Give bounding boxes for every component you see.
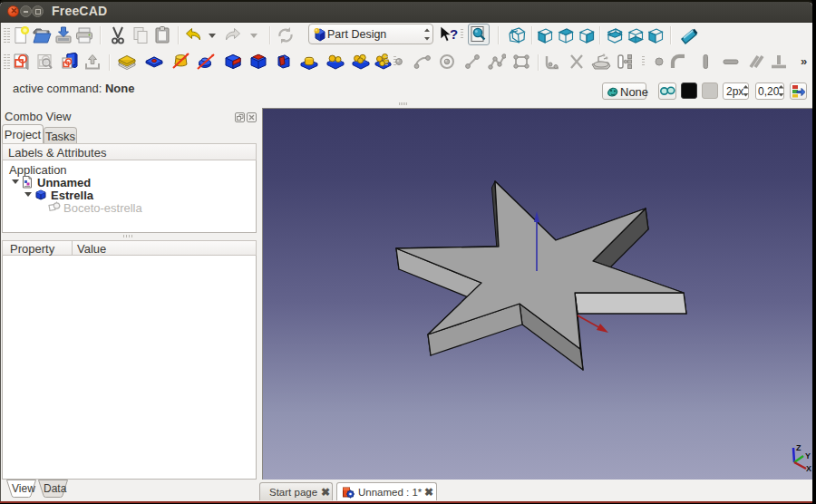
svg-text:Z: Z — [796, 443, 801, 452]
svg-text:X: X — [806, 464, 811, 473]
svg-text:?: ? — [450, 26, 458, 42]
svg-text:Data: Data — [44, 482, 67, 495]
svg-text:Y: Y — [805, 451, 811, 460]
svg-text:View: View — [12, 482, 35, 495]
